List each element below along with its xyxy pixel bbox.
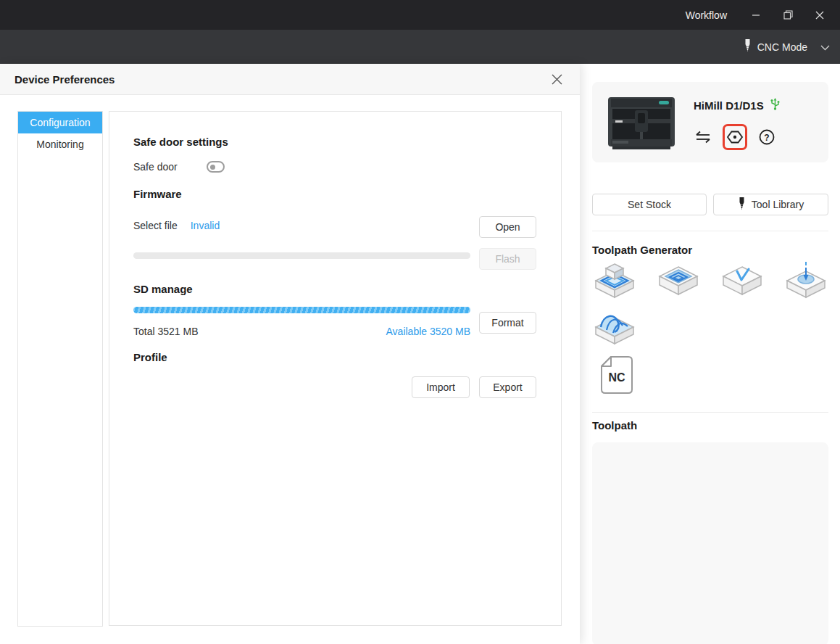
usb-connected-icon: [770, 98, 781, 113]
nc-file-icon[interactable]: NC: [599, 355, 633, 395]
safe-door-toggle[interactable]: [207, 161, 225, 173]
dialog-title: Device Preferences: [14, 73, 115, 86]
mode-label: CNC Mode: [757, 41, 807, 53]
close-window-button[interactable]: [804, 0, 836, 30]
right-side-panel: HiMill D1/D1S: [580, 64, 840, 644]
drilling-toolpath-icon[interactable]: [785, 261, 827, 300]
export-button[interactable]: Export: [479, 376, 536, 398]
toolpath-heading: Toolpath: [592, 419, 637, 432]
mode-bar: CNC Mode: [0, 30, 840, 64]
mode-selector[interactable]: CNC Mode: [733, 30, 840, 64]
firmware-heading: Firmware: [133, 188, 182, 200]
format-button[interactable]: Format: [479, 312, 536, 334]
workflow-menu-item[interactable]: Workflow: [673, 0, 740, 30]
divider: [592, 412, 828, 413]
device-settings-icon[interactable]: [726, 128, 744, 146]
help-icon[interactable]: ?: [757, 128, 776, 146]
select-file-label: Select file: [133, 220, 178, 231]
safe-door-label: Safe door: [133, 161, 178, 173]
device-name: HiMill D1/D1S: [694, 99, 764, 112]
sd-manage-heading: SD manage: [133, 283, 193, 295]
window-controls: [740, 0, 836, 30]
flash-button[interactable]: Flash: [479, 248, 536, 270]
profile-heading: Profile: [133, 351, 167, 363]
cnc-bit-icon: [744, 39, 752, 54]
set-stock-button[interactable]: Set Stock: [592, 194, 707, 215]
tab-configuration[interactable]: Configuration: [18, 112, 102, 133]
minimize-button[interactable]: [740, 0, 772, 30]
toolpath-list-panel: [592, 442, 828, 644]
relief-toolpath-icon[interactable]: [594, 307, 636, 347]
safe-door-settings-heading: Safe door settings: [133, 136, 228, 148]
restore-button[interactable]: [772, 0, 804, 30]
tool-library-button[interactable]: Tool Library: [713, 194, 828, 215]
file-status-text: Invalid: [191, 220, 220, 231]
chevron-down-icon: [820, 41, 830, 53]
svg-text:?: ?: [764, 133, 769, 143]
title-bar: Workflow: [0, 0, 840, 30]
nc-file-label: NC: [608, 371, 625, 384]
tab-monitoring[interactable]: Monitoring: [18, 133, 102, 155]
set-stock-label: Set Stock: [628, 199, 671, 210]
dialog-close-icon[interactable]: [542, 64, 571, 95]
toggle-knob: [210, 165, 215, 170]
v-carving-toolpath-icon[interactable]: [721, 261, 763, 300]
divider: [592, 231, 828, 231]
device-card: HiMill D1/D1S: [592, 82, 828, 162]
firmware-progress-bar: [133, 252, 470, 259]
swap-connection-icon[interactable]: [694, 128, 712, 146]
sd-usage-bar: [133, 307, 470, 313]
sd-total-text: Total 3521 MB: [133, 326, 199, 337]
facing-toolpath-icon[interactable]: [594, 261, 636, 300]
app-window: Workflow: [0, 0, 840, 644]
configuration-content: Safe door settings Safe door Firmware Se…: [109, 111, 562, 626]
sd-available-text: Available 3520 MB: [386, 326, 470, 337]
settings-highlight-box: [723, 124, 747, 150]
device-preferences-dialog: Device Preferences Configuration Monitor…: [0, 64, 580, 644]
tool-bit-icon: [738, 197, 746, 212]
device-thumbnail: [605, 91, 678, 152]
dialog-header: Device Preferences: [0, 64, 580, 95]
toolpath-generator-heading: Toolpath Generator: [592, 244, 692, 256]
dialog-tabs: Configuration Monitoring: [17, 111, 103, 627]
pocketing-toolpath-icon[interactable]: [657, 261, 699, 300]
import-button[interactable]: Import: [412, 376, 470, 398]
tool-library-label: Tool Library: [752, 199, 804, 210]
open-button[interactable]: Open: [479, 216, 536, 238]
